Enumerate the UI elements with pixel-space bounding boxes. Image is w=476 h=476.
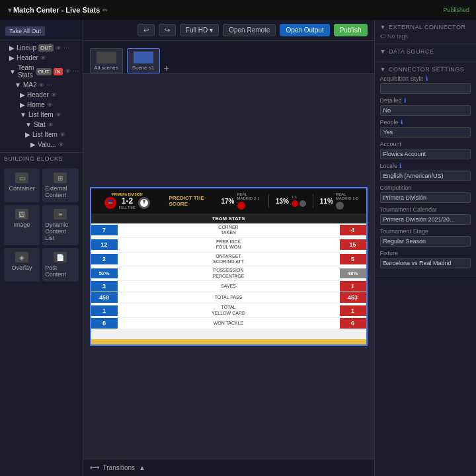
stat-left-poss: 52% (91, 268, 118, 278)
top-toolbar: ↩ ↪ Full HD ▾ Open Remote Open Output Pu… (83, 20, 374, 41)
teamstats-out-badge: OUT (36, 68, 52, 75)
people-select[interactable]: Yes (380, 127, 471, 138)
field-account: Account Flowics Account (380, 141, 471, 159)
team-home-badge (104, 197, 116, 209)
eye-icon-6[interactable]: 👁 (47, 102, 53, 108)
stats-table-header: TEAM STATS (91, 214, 366, 223)
transitions-expand[interactable]: ▲ (139, 464, 145, 471)
stat-label-tackle: WON TACKLE (118, 319, 340, 327)
redo-button[interactable]: ↪ (159, 24, 176, 36)
resolution-button[interactable]: Full HD ▾ (180, 24, 219, 36)
stat-left-yellow: 1 (91, 305, 118, 316)
block-external-content[interactable]: ⊞ External Content (42, 169, 78, 202)
block-image[interactable]: 🖼 Image (4, 205, 40, 245)
undo-button[interactable]: ↩ (138, 24, 155, 36)
stats-row-freekick: 12 FREE KICKFOUL WON 15 (91, 238, 366, 253)
eye-icon-2[interactable]: 👁 (40, 55, 46, 61)
valu-label: Valu... (38, 141, 56, 148)
stats-row-pass: 458 TOTAL PASS 453 (91, 292, 366, 303)
predict-pct-1: 17% (221, 198, 234, 205)
tree-item-header[interactable]: ▶ Header 👁 (0, 53, 83, 63)
canvas-area[interactable]: PRIMERA DIVISIÓN (83, 74, 374, 459)
container-icon: ▭ (15, 173, 28, 183)
competition-select[interactable]: Primera División (380, 192, 471, 203)
tree-item-listitem[interactable]: ▼ List Item 👁 (0, 110, 83, 120)
scene-s1[interactable]: Scene s1 (127, 48, 160, 73)
acquisition-style-select[interactable] (380, 83, 471, 94)
stat-left-tackle: 8 (91, 318, 118, 329)
score-main: 1-2 FULL TIME (104, 196, 150, 210)
stat-label-ot: ONTARGETSCORING ATT (118, 253, 340, 266)
stat-right-poss: 48% (340, 268, 366, 278)
info-icon-4[interactable]: ℹ (399, 163, 401, 169)
building-blocks-grid: ▭ Container ⊞ External Content 🖼 Image ≡… (0, 165, 83, 286)
info-icon-2[interactable]: ℹ (404, 97, 406, 104)
header2-label: Header (27, 91, 49, 99)
eye-icon-7[interactable]: 👁 (56, 112, 61, 118)
account-select[interactable]: Flowics Account (380, 149, 471, 159)
stat-left-fk: 12 (91, 239, 118, 250)
block-post-content[interactable]: 📄 Post Content (42, 248, 78, 282)
data-source-section: ▼ DATA SOURCE (375, 44, 476, 62)
stat-left-ot: 2 (91, 254, 118, 264)
transitions-label: Transitions (103, 464, 136, 471)
block-overlay[interactable]: ◈ Overlay (4, 248, 40, 282)
open-output-button[interactable]: Open Output (280, 24, 329, 36)
detailed-label: Detailed ℹ (380, 97, 471, 104)
detailed-select[interactable]: No (380, 105, 471, 116)
tree-item-lineup[interactable]: ▶ Lineup OUT 👁 ⋯ (0, 43, 83, 53)
fixture-select[interactable]: Barcelona vs Real Madrid (380, 258, 471, 268)
redo-icon: ↪ (165, 26, 170, 34)
take-all-button[interactable]: Take All Out (5, 26, 45, 36)
tree-item-valu[interactable]: ▶ Valu... 👁 (0, 139, 83, 149)
scene-s1-thumb (134, 52, 153, 63)
eye-icon-8[interactable]: 👁 (48, 122, 54, 128)
more-icon-3[interactable]: ⋯ (46, 82, 52, 89)
external-content-icon: ⊞ (54, 173, 67, 183)
open-remote-button[interactable]: Open Remote (223, 24, 276, 36)
tree-item-header2[interactable]: ▶ Header 👁 (0, 90, 83, 100)
eye-icon-4[interactable]: 👁 (38, 82, 44, 89)
more-icon-2[interactable]: ⋯ (73, 68, 79, 75)
stat-right-corner: 4 (340, 225, 366, 235)
locale-select[interactable]: English (American/US) (380, 171, 471, 181)
tree-item-teamstats[interactable]: ▼ Team Stats OUT IN 👁 ⋯ (0, 63, 83, 80)
more-icon[interactable]: ⋯ (63, 45, 69, 52)
canvas-yellow-bar (91, 339, 366, 344)
add-scene-button[interactable]: + (164, 63, 169, 73)
tournament-stage-label: Tournament Stage (380, 228, 471, 235)
stat-label: Stat (34, 121, 46, 128)
tree-item-listitem2[interactable]: ▶ List Item 👁 (0, 130, 83, 139)
tournament-stage-select[interactable]: Regular Season (380, 236, 471, 247)
eye-icon-9[interactable]: 👁 (60, 132, 65, 138)
chevron-conn-icon: ▼ (380, 66, 386, 73)
preview-canvas: PRIMERA DIVISIÓN (90, 187, 368, 346)
fixture-label: Fixture (380, 250, 471, 257)
no-tags-label: 🏷 No tags (380, 33, 471, 40)
publish-button[interactable]: Publish (334, 24, 368, 36)
predict-pct-2: 13% (276, 198, 289, 205)
ma2-label: MA2 (23, 81, 37, 89)
eye-icon-10[interactable]: 👁 (58, 141, 64, 148)
stats-row-ontarget: 2 ONTARGETSCORING ATT 5 (91, 253, 366, 267)
predict-score-3: REAL MADRID 1-0 (336, 192, 361, 200)
tournament-calendar-select[interactable]: Primera División 2021/20... (380, 214, 471, 225)
info-icon-1[interactable]: ℹ (426, 75, 428, 82)
edit-icon[interactable]: ✏ (102, 7, 108, 14)
scene-all-label: All scenes (94, 65, 118, 71)
eye-icon-5[interactable]: 👁 (51, 92, 57, 99)
acquisition-style-label: Acquisition Style ℹ (380, 75, 471, 82)
tree-item-ma2[interactable]: ▼ MA2 👁 ⋯ (0, 80, 83, 90)
tree-item-home[interactable]: ▶ Home 👁 (0, 100, 83, 110)
stat-label-corner: CORNERTAKEN (118, 223, 340, 237)
block-container[interactable]: ▭ Container (4, 169, 40, 202)
eye-icon-3[interactable]: 👁 (65, 68, 71, 75)
block-dynamic-content-list[interactable]: ≡ Dynamic Content List (42, 205, 78, 245)
field-detailed: Detailed ℹ No (380, 97, 471, 116)
tree-item-stat[interactable]: ▼ Stat 👁 (0, 120, 83, 130)
eye-icon[interactable]: 👁 (56, 45, 61, 52)
scene-all[interactable]: All scenes (90, 48, 123, 73)
container-label: Container (9, 185, 35, 192)
info-icon-3[interactable]: ℹ (401, 119, 403, 126)
predict-item-3: 11% REAL MADRID 1-0 (320, 192, 361, 210)
